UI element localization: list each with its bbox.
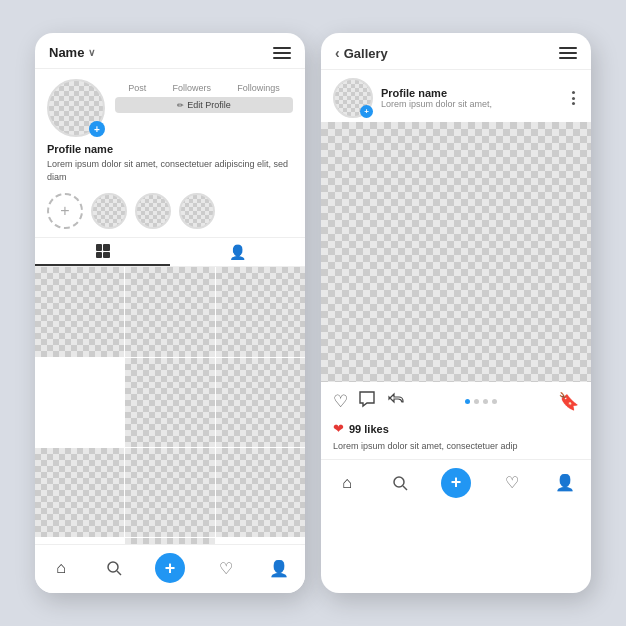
share-icon[interactable] <box>386 390 404 413</box>
bookmark-icon[interactable]: 🔖 <box>558 391 579 412</box>
bottom-nav-right: ⌂ + ♡ 👤 <box>321 459 591 508</box>
username-label: Name <box>49 45 84 60</box>
person-tag-icon: 👤 <box>229 244 246 260</box>
profile-nav-right-icon[interactable]: 👤 <box>554 472 576 494</box>
home-nav-icon[interactable]: ⌂ <box>50 557 72 579</box>
profile-name-header[interactable]: Name ∨ <box>49 45 95 60</box>
hamburger-menu-right-icon[interactable] <box>559 47 577 59</box>
gallery-title: Gallery <box>344 46 388 61</box>
post-add-story-button[interactable]: + <box>360 105 373 118</box>
bio-text: Lorem ipsum dolor sit amet, consectetuer… <box>35 158 305 189</box>
photo-cell-3[interactable] <box>216 267 305 356</box>
heart-nav-right-icon[interactable]: ♡ <box>501 472 523 494</box>
story-1[interactable] <box>91 193 127 229</box>
action-icons-left: ♡ <box>333 390 404 413</box>
story-2[interactable] <box>135 193 171 229</box>
phone-right: ‹ Gallery + Profile name Lorem ipsum dol… <box>321 33 591 593</box>
chevron-down-icon: ∨ <box>88 47 95 58</box>
tabs-row: 👤 <box>35 237 305 267</box>
edit-profile-label: Edit Profile <box>187 100 231 110</box>
chevron-left-icon: ‹ <box>335 45 340 61</box>
post-caption: Lorem ipsum dolor sit amet, consectetuer… <box>321 438 591 459</box>
photo-cell-8[interactable] <box>216 448 305 537</box>
search-nav-icon[interactable] <box>103 557 125 579</box>
followings-label: Followings <box>237 83 280 93</box>
profile-nav-icon[interactable]: 👤 <box>268 557 290 579</box>
photo-cell-7[interactable] <box>125 448 214 537</box>
tab-grid[interactable] <box>35 238 170 266</box>
photo-cell-6[interactable] <box>35 448 124 537</box>
grid-icon <box>96 244 110 258</box>
like-icon[interactable]: ♡ <box>333 391 348 412</box>
profile-stats: Post Followers Followings ✏ Edit Profile <box>115 79 293 113</box>
add-story-button[interactable]: + <box>89 121 105 137</box>
home-nav-right-icon[interactable]: ⌂ <box>336 472 358 494</box>
stories-row: + <box>35 189 305 237</box>
phones-container: Name ∨ + Post Fo <box>35 33 591 593</box>
svg-point-2 <box>394 477 404 487</box>
post-image[interactable] <box>321 122 591 382</box>
heart-filled-icon: ❤ <box>333 421 344 436</box>
pencil-icon: ✏ <box>177 101 184 110</box>
back-button[interactable]: ‹ Gallery <box>335 45 388 61</box>
phone-left: Name ∨ + Post Fo <box>35 33 305 593</box>
likes-section: ❤ 99 likes <box>321 417 591 438</box>
dot-1 <box>465 399 470 404</box>
photo-cell-2[interactable] <box>125 267 214 356</box>
search-nav-right-icon[interactable] <box>389 472 411 494</box>
hamburger-menu-icon[interactable] <box>273 47 291 59</box>
add-nav-right-button[interactable]: + <box>441 468 471 498</box>
photo-cell-1[interactable] <box>35 267 124 356</box>
edit-profile-button[interactable]: ✏ Edit Profile <box>115 97 293 113</box>
svg-line-1 <box>117 571 121 575</box>
profile-section: + Post Followers Followings <box>35 69 305 143</box>
post-header: + Profile name Lorem ipsum dolor sit ame… <box>321 70 591 122</box>
stats-row: Post Followers Followings <box>115 79 293 93</box>
stat-post: Post <box>128 83 146 93</box>
likes-count: 99 likes <box>349 423 389 435</box>
photo-cell-4[interactable] <box>125 358 214 447</box>
left-header: Name ∨ <box>35 33 305 69</box>
add-story-button-row[interactable]: + <box>47 193 83 229</box>
right-header: ‹ Gallery <box>321 33 591 70</box>
stat-followings: Followings <box>237 83 280 93</box>
comment-icon[interactable] <box>358 390 376 413</box>
add-nav-button[interactable]: + <box>155 553 185 583</box>
svg-line-3 <box>403 486 407 490</box>
post-avatar-wrap: + <box>333 78 373 118</box>
post-username: Profile name <box>381 87 568 99</box>
story-3[interactable] <box>179 193 215 229</box>
stat-followers: Followers <box>172 83 211 93</box>
avatar-wrap: + <box>47 79 105 137</box>
dot-3 <box>483 399 488 404</box>
tab-tagged[interactable]: 👤 <box>170 238 305 266</box>
dot-4 <box>492 399 497 404</box>
heart-nav-icon[interactable]: ♡ <box>215 557 237 579</box>
post-actions: ♡ 🔖 <box>321 382 591 417</box>
bottom-nav-left: ⌂ + ♡ 👤 <box>35 544 305 593</box>
carousel-dots <box>465 399 497 404</box>
profile-display-name: Profile name <box>35 143 305 158</box>
post-subtitle: Lorem ipsum dolor sit amet, <box>381 99 568 109</box>
svg-point-0 <box>108 562 118 572</box>
dot-2 <box>474 399 479 404</box>
followers-label: Followers <box>172 83 211 93</box>
more-options-button[interactable] <box>568 87 579 109</box>
post-user-info: Profile name Lorem ipsum dolor sit amet, <box>373 87 568 109</box>
photo-grid <box>35 267 305 544</box>
post-label: Post <box>128 83 146 93</box>
photo-cell-5[interactable] <box>216 358 305 447</box>
